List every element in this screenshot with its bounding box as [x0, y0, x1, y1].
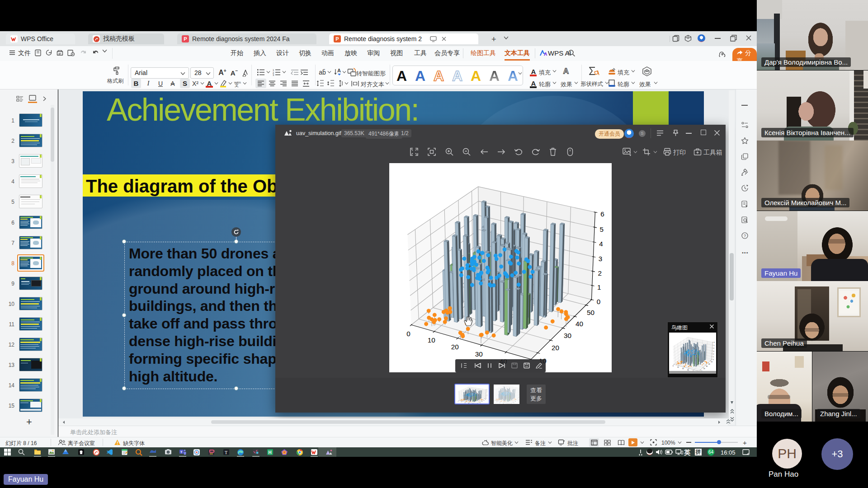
- svg-text:?: ?: [744, 234, 746, 238]
- svg-text:3: 3: [273, 74, 274, 76]
- svg-text:文: 文: [235, 83, 239, 88]
- svg-text:T: T: [225, 450, 227, 455]
- svg-text:T: T: [180, 450, 183, 454]
- svg-text:H: H: [269, 450, 272, 455]
- svg-text:A: A: [337, 68, 341, 73]
